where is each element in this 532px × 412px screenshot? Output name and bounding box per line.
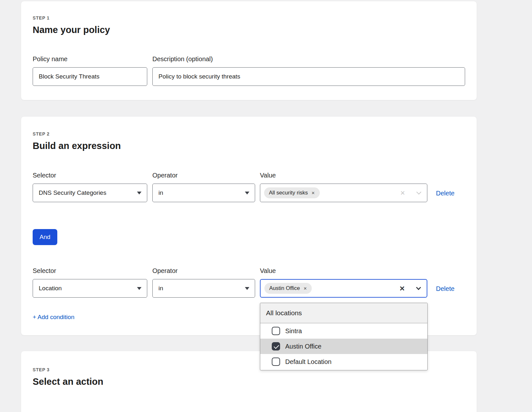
remove-tag-icon[interactable]: ✕ bbox=[303, 286, 307, 291]
operator-selected-value: in bbox=[158, 189, 163, 196]
operator-label: Operator bbox=[152, 171, 255, 179]
value-label: Value bbox=[260, 267, 427, 275]
tag-label: Austin Office bbox=[269, 285, 300, 292]
policy-name-label: Policy name bbox=[33, 55, 147, 63]
value-tag: Austin Office ✕ bbox=[264, 283, 312, 294]
delete-link[interactable]: Delete bbox=[436, 190, 455, 197]
selector-select[interactable]: Location bbox=[33, 279, 147, 298]
chevron-down-icon bbox=[245, 192, 249, 194]
value-multiselect[interactable]: Austin Office ✕ ✕ bbox=[260, 279, 427, 298]
selector-label: Selector bbox=[33, 267, 147, 275]
dropdown-header-all-locations[interactable]: All locations bbox=[260, 303, 427, 323]
selector-select[interactable]: DNS Security Categories bbox=[33, 184, 147, 202]
selector-selected-value: DNS Security Categories bbox=[39, 189, 106, 196]
checkbox-icon[interactable] bbox=[272, 327, 280, 335]
clear-icon[interactable]: ✕ bbox=[399, 285, 405, 292]
step2-label: STEP 2 bbox=[33, 131, 465, 136]
operator-select[interactable]: in bbox=[152, 279, 255, 298]
operator-select[interactable]: in bbox=[152, 184, 255, 202]
step1-label: STEP 1 bbox=[33, 15, 465, 21]
tag-label: All security risks bbox=[269, 190, 308, 196]
and-button[interactable]: And bbox=[33, 229, 57, 245]
description-input[interactable] bbox=[152, 67, 465, 86]
chevron-down-icon bbox=[137, 287, 141, 290]
option-label: Default Location bbox=[285, 358, 332, 366]
checkbox-icon[interactable] bbox=[272, 342, 280, 350]
description-label: Description (optional) bbox=[152, 55, 465, 63]
expression-row-2: Selector Location Operator in Value Aust… bbox=[33, 267, 465, 298]
option-label: Austin Office bbox=[285, 343, 321, 350]
dropdown-option-default-location[interactable]: Default Location bbox=[260, 354, 427, 369]
expression-row-1: Selector DNS Security Categories Operato… bbox=[33, 171, 465, 202]
value-controls: ✕ bbox=[400, 190, 422, 196]
dropdown-option-austin-office[interactable]: Austin Office bbox=[260, 339, 427, 354]
clear-icon[interactable]: ✕ bbox=[400, 190, 405, 196]
chevron-down-icon bbox=[137, 192, 141, 194]
step1-card: STEP 1 Name your policy Policy name Desc… bbox=[21, 1, 477, 100]
selector-selected-value: Location bbox=[39, 285, 62, 292]
value-label: Value bbox=[260, 171, 427, 179]
operator-label: Operator bbox=[152, 267, 255, 275]
add-condition-link[interactable]: + Add condition bbox=[33, 314, 74, 321]
delete-link[interactable]: Delete bbox=[436, 285, 455, 292]
location-dropdown: All locations Sintra Austin Office Defau… bbox=[260, 303, 428, 370]
value-controls: ✕ bbox=[399, 285, 422, 292]
step3-title: Select an action bbox=[33, 376, 465, 387]
value-multiselect[interactable]: All security risks ✕ ✕ bbox=[260, 184, 427, 202]
policy-name-input[interactable] bbox=[33, 67, 147, 86]
checkbox-icon[interactable] bbox=[272, 358, 280, 366]
value-tag: All security risks ✕ bbox=[264, 187, 320, 198]
selector-label: Selector bbox=[33, 171, 147, 179]
operator-selected-value: in bbox=[158, 285, 163, 292]
step2-title: Build an expression bbox=[33, 140, 465, 151]
option-label: Sintra bbox=[285, 327, 302, 335]
step2-card: STEP 2 Build an expression Selector DNS … bbox=[21, 116, 477, 335]
dropdown-option-sintra[interactable]: Sintra bbox=[260, 323, 427, 339]
chevron-down-icon[interactable] bbox=[416, 189, 422, 194]
remove-tag-icon[interactable]: ✕ bbox=[311, 191, 315, 195]
step1-title: Name your policy bbox=[33, 24, 465, 35]
policy-fields-row: Policy name Description (optional) bbox=[33, 55, 465, 86]
chevron-down-icon[interactable] bbox=[416, 285, 421, 290]
chevron-down-icon bbox=[245, 287, 249, 290]
